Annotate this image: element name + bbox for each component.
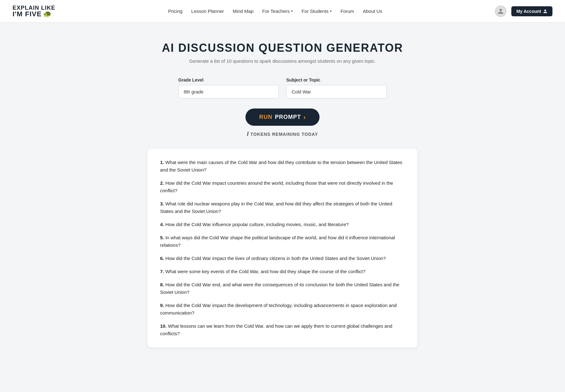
run-chevron-icon: › <box>304 114 306 121</box>
run-button-wrapper: RUN PROMPT › <box>148 109 417 126</box>
question-item: 6. How did the Cold War impact the lives… <box>160 255 405 262</box>
nav-item-for-teachers[interactable]: For Teachers▾ <box>262 8 293 14</box>
run-label-run: RUN <box>259 114 272 120</box>
header: EXPLAIN LIKE I'M FIVE 🐢 PricingLesson Pl… <box>0 0 565 23</box>
question-item: 10. What lessons can we learn from the C… <box>160 322 405 337</box>
main-content: AI DISCUSSION QUESTION GENERATOR Generat… <box>141 23 424 360</box>
nav-item-for-students[interactable]: For Students▾ <box>302 8 332 14</box>
question-item: 5. In what ways did the Cold War shape t… <box>160 234 405 249</box>
chevron-down-icon: ▾ <box>330 9 332 13</box>
logo-line2: I'M FIVE 🐢 <box>13 11 55 18</box>
run-prompt-button[interactable]: RUN PROMPT › <box>245 109 320 126</box>
question-item: 9. How did the Cold War impact the devel… <box>160 302 405 317</box>
question-item: 2. How did the Cold War impact countries… <box>160 179 405 194</box>
nav-item-forum[interactable]: Forum <box>341 8 354 14</box>
my-account-button[interactable]: My Account <box>511 6 552 16</box>
grade-level-input[interactable] <box>178 85 279 98</box>
run-label-prompt: PROMPT <box>275 114 301 120</box>
nav-item-about-us[interactable]: About Us <box>363 8 382 14</box>
nav-item-pricing[interactable]: Pricing <box>168 8 183 14</box>
nav-item-lesson-planner[interactable]: Lesson Planner <box>191 8 224 14</box>
nav-item-mind-map[interactable]: Mind Map <box>233 8 254 14</box>
logo-line1: EXPLAIN LIKE <box>13 5 55 11</box>
header-right: My Account <box>495 6 552 17</box>
question-item: 8. How did the Cold War end, and what we… <box>160 281 405 296</box>
results-card: 1. What were the main causes of the Cold… <box>148 149 417 347</box>
question-item: 7. What were some key events of the Cold… <box>160 268 405 275</box>
subject-input[interactable] <box>286 85 387 98</box>
page-title: AI DISCUSSION QUESTION GENERATOR <box>148 41 417 55</box>
tokens-icon: I <box>247 131 249 137</box>
subject-label: Subject or Topic <box>286 77 387 82</box>
main-nav: PricingLesson PlannerMind MapFor Teacher… <box>168 8 382 14</box>
tokens-label: TOKENS REMAINING TODAY <box>250 132 318 137</box>
question-item: 4. How did the Cold War influence popula… <box>160 221 405 228</box>
grade-level-group: Grade Level <box>178 77 279 98</box>
form-row: Grade Level Subject or Topic <box>148 77 417 98</box>
subject-group: Subject or Topic <box>286 77 387 98</box>
avatar[interactable] <box>495 6 506 17</box>
logo-emoji: 🐢 <box>43 11 52 18</box>
logo[interactable]: EXPLAIN LIKE I'M FIVE 🐢 <box>13 5 55 18</box>
question-item: 1. What were the main causes of the Cold… <box>160 159 405 174</box>
question-item: 3. What role did nuclear weapons play in… <box>160 200 405 215</box>
chevron-down-icon: ▾ <box>291 9 293 13</box>
tokens-row: I TOKENS REMAINING TODAY <box>148 131 417 137</box>
grade-level-label: Grade Level <box>178 77 279 82</box>
page-subtitle: Generate a list of 10 questions to spark… <box>148 58 417 64</box>
